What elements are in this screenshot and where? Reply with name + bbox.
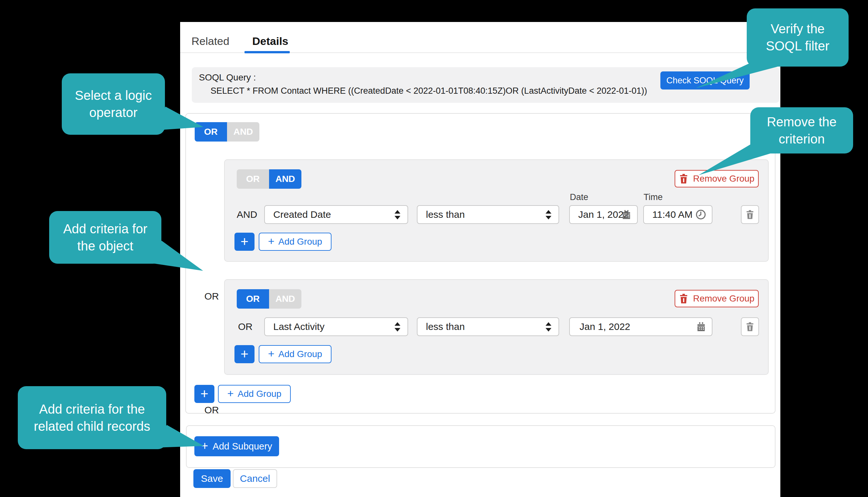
- subquery-panel: + Add Subquery: [186, 425, 775, 468]
- group2-operator-select[interactable]: less than: [417, 317, 559, 336]
- group1-field-select[interactable]: Created Date: [264, 205, 408, 224]
- group2-toggle-and-button[interactable]: AND: [269, 289, 301, 309]
- soql-query-box: SOQL Query : SELECT * FROM Contact WHERE…: [192, 67, 780, 103]
- remove-group-label: Remove Group: [693, 294, 755, 304]
- date-field-label: Date: [570, 192, 588, 202]
- calendar-icon: [622, 210, 631, 219]
- soql-query-text: SELECT * FROM Contact WHERE ((CreatedDat…: [210, 86, 647, 96]
- group1-delete-criterion-button[interactable]: [741, 205, 759, 224]
- group1-date-input[interactable]: Jan 1, 2022: [569, 205, 638, 224]
- check-soql-query-button[interactable]: Check SOQL Query: [660, 71, 749, 89]
- add-subquery-label: Add Subquery: [213, 441, 272, 452]
- group2-toggle-or-button[interactable]: OR: [237, 289, 269, 309]
- group2-date-value: Jan 1, 2022: [580, 321, 630, 332]
- trash-icon: [745, 210, 755, 219]
- criteria-group: OR AND Remove Group Date Time AND Create…: [224, 159, 769, 262]
- callout-add-criteria-related: Add criteria for the related child recor…: [18, 386, 166, 449]
- callout-select-logic-operator: Select a logic operator: [62, 73, 165, 135]
- group2-field-value: Last Activity: [273, 321, 325, 332]
- time-field-label: Time: [644, 192, 663, 202]
- trash-icon: [745, 322, 755, 331]
- group1-add-criterion-button[interactable]: +: [234, 233, 254, 251]
- group1-field-value: Created Date: [273, 209, 331, 220]
- group2-delete-criterion-button[interactable]: [741, 317, 759, 336]
- select-stepper-icon: [546, 210, 551, 219]
- tab-related[interactable]: Related: [191, 35, 229, 47]
- root-add-group-button[interactable]: + Add Group: [218, 385, 291, 403]
- tab-details[interactable]: Details: [252, 35, 288, 47]
- group1-outer-logic-label: OR: [204, 291, 219, 302]
- select-stepper-icon: [395, 210, 400, 219]
- calendar-icon: [696, 322, 706, 331]
- cancel-button[interactable]: Cancel: [233, 469, 277, 488]
- save-button[interactable]: Save: [193, 469, 231, 488]
- group1-toggle-or-button[interactable]: OR: [237, 169, 269, 189]
- group2-row-logic-label: OR: [238, 321, 252, 332]
- select-stepper-icon: [395, 322, 400, 331]
- root-add-criterion-button[interactable]: +: [194, 385, 215, 403]
- callout-add-criteria-object: Add criteria for the object: [49, 211, 161, 264]
- filter-builder-panel: OR AND OR OR AND Remove Group Date Time: [185, 113, 775, 414]
- app-panel: Related Details SOQL Query : SELECT * FR…: [180, 22, 780, 497]
- callout-remove-criterion: Remove the criterion: [750, 107, 853, 154]
- active-tab-underline: [245, 51, 290, 53]
- soql-query-label: SOQL Query :: [199, 72, 256, 83]
- group1-remove-group-button[interactable]: Remove Group: [675, 170, 759, 187]
- group1-logic-toggle: OR AND: [237, 169, 301, 189]
- add-group-label: Add Group: [238, 389, 281, 399]
- group2-add-criterion-button[interactable]: +: [234, 345, 254, 363]
- criteria-group: OR AND Remove Group OR Last Activity les…: [224, 279, 769, 375]
- tab-row: Related Details: [180, 22, 780, 53]
- add-group-label: Add Group: [278, 349, 322, 359]
- group2-logic-toggle: OR AND: [237, 289, 301, 309]
- group2-outer-logic-label: OR: [204, 404, 219, 415]
- top-toggle-or-button[interactable]: OR: [195, 122, 227, 142]
- group2-add-group-button[interactable]: + Add Group: [259, 345, 331, 363]
- group2-operator-value: less than: [426, 321, 465, 332]
- add-group-label: Add Group: [278, 237, 322, 247]
- plus-icon: +: [268, 347, 275, 360]
- plus-icon: +: [228, 387, 234, 400]
- screenshot-canvas: Related Details SOQL Query : SELECT * FR…: [0, 0, 868, 497]
- top-logic-toggle: OR AND: [195, 122, 259, 142]
- callout-verify-soql-filter: Verify the SOQL filter: [747, 9, 849, 67]
- group2-remove-group-button[interactable]: Remove Group: [675, 290, 759, 307]
- group1-operator-select[interactable]: less than: [417, 205, 559, 224]
- group2-date-input[interactable]: Jan 1, 2022: [569, 317, 713, 336]
- group1-toggle-and-button[interactable]: AND: [269, 169, 301, 189]
- group1-operator-value: less than: [426, 209, 465, 220]
- group1-row-logic-label: AND: [237, 209, 257, 220]
- group1-time-value: 11:40 AM: [652, 209, 693, 220]
- trash-icon: [679, 173, 689, 184]
- plus-icon: +: [268, 235, 275, 247]
- trash-icon: [679, 294, 689, 304]
- group1-time-input[interactable]: 11:40 AM: [643, 205, 713, 224]
- add-subquery-button[interactable]: + Add Subquery: [194, 436, 279, 456]
- remove-group-label: Remove Group: [693, 173, 755, 184]
- group2-field-select[interactable]: Last Activity: [264, 317, 408, 336]
- clock-icon: [695, 209, 706, 220]
- plus-icon: +: [202, 439, 208, 453]
- top-toggle-and-button[interactable]: AND: [227, 122, 259, 142]
- group1-add-group-button[interactable]: + Add Group: [259, 233, 331, 251]
- select-stepper-icon: [546, 322, 551, 331]
